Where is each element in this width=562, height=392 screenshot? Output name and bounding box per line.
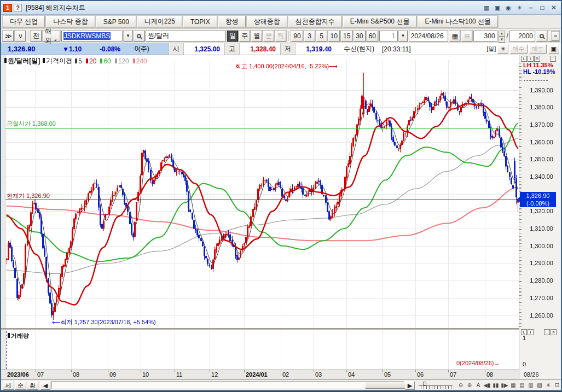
price-pane-button-I[interactable]: I xyxy=(528,56,534,62)
scroll-right-icon[interactable]: ▶ xyxy=(405,381,415,390)
interval-dropdown-icon[interactable]: ▼ xyxy=(399,31,408,42)
calendar-icon[interactable]: ▦ xyxy=(449,31,460,42)
tab-9[interactable]: E-Mini S&P500 선물 xyxy=(343,16,417,27)
total-bars-input[interactable]: 2000 xyxy=(509,31,535,42)
y-axis-label: 1,320.00 xyxy=(519,208,553,214)
toolbar-separator xyxy=(288,31,289,41)
zoom-out-icon[interactable]: ⊖ xyxy=(456,381,465,390)
symbol-search-button[interactable] xyxy=(134,31,144,42)
tab-10[interactable]: E-Mini 나스닥100 선물 xyxy=(418,16,498,27)
receive-time: [20:33:11] xyxy=(382,45,411,53)
minute-button-90[interactable]: 90 xyxy=(291,31,303,42)
minute-button-10[interactable]: 10 xyxy=(328,31,340,42)
minute-button-30[interactable]: 30 xyxy=(354,31,365,42)
tab-1[interactable]: 다우 산업 xyxy=(3,16,45,27)
overseas-button[interactable]: 해외 xyxy=(43,31,60,42)
period-button-월[interactable]: 월 xyxy=(251,31,262,42)
period-button-일[interactable]: 일 xyxy=(227,31,238,42)
tab-8[interactable]: 심천종합지수 xyxy=(288,16,342,27)
scroll-left-icon[interactable]: ◀ xyxy=(40,381,50,390)
chart-shortcut-button-세[interactable]: 세 xyxy=(3,381,14,390)
indicator-layout-icon[interactable]: ⊞ xyxy=(461,31,472,42)
price-chart-canvas[interactable] xyxy=(5,60,519,328)
pane-maximize-icon[interactable]: □ xyxy=(550,56,556,62)
fullscreen-icon[interactable]: ⊡ xyxy=(553,381,561,390)
data-table-icon[interactable]: ▥ xyxy=(526,381,535,390)
skip-start-icon[interactable]: ◀▮ xyxy=(483,381,491,390)
minute-button-5[interactable]: 5 xyxy=(316,31,327,42)
volume-pane-close-icon[interactable]: ✕ xyxy=(551,329,557,335)
maximize-icon[interactable]: □ xyxy=(537,3,547,12)
visible-bars-stepper[interactable]: ▲▼ xyxy=(499,31,506,42)
tab-3[interactable]: S&P 500 xyxy=(96,16,136,27)
tab-6[interactable]: 항셍 xyxy=(218,16,246,27)
date-input[interactable]: 2024/08/26 xyxy=(409,31,449,42)
y-axis-label: 1,310.00 xyxy=(519,225,553,232)
ma-legend-label: 60 xyxy=(103,57,111,65)
hl-ratio: HL -10.19% xyxy=(523,68,555,75)
indicator-window-icon[interactable]: ▦ xyxy=(509,381,518,390)
pane-divider[interactable] xyxy=(1,328,519,330)
visible-bars-input[interactable]: 300 xyxy=(473,31,497,42)
price-pane-button-L[interactable]: L xyxy=(521,56,527,62)
save-chart-icon[interactable]: ▤ xyxy=(518,381,526,390)
open-label: 시 xyxy=(169,43,184,55)
ma-legend-label: 20 xyxy=(89,57,96,65)
interval-select[interactable]: 1 xyxy=(379,31,398,42)
zoom-preview-button[interactable] xyxy=(536,31,547,42)
close-icon[interactable]: ✕ xyxy=(549,3,559,12)
volume-pane-button-I[interactable]: I xyxy=(528,329,534,335)
symbol-dropdown-icon[interactable]: ▼ xyxy=(124,31,132,42)
zoom-slider-handle[interactable] xyxy=(423,382,426,385)
period-button-분[interactable]: 분 xyxy=(263,31,274,42)
mini-window-icon[interactable]: ▣ xyxy=(548,44,559,54)
volume-chart-canvas[interactable] xyxy=(5,330,519,370)
tab-7[interactable]: 상해종합 xyxy=(247,16,287,27)
window-number-badge: 1 xyxy=(3,4,12,12)
symbol-code-input[interactable]: JSDKRWSMBS xyxy=(61,31,123,42)
spin-down-icon[interactable]: ▼ xyxy=(499,37,506,43)
y-axis-panel[interactable]: LIR □ LH 11.35% HL -10.19% 1,390.001,380… xyxy=(519,55,561,379)
x-axis-tick xyxy=(141,370,141,372)
current-price: 1,326.90 xyxy=(8,45,62,53)
volume-pane-maximize-icon[interactable]: □ xyxy=(544,329,550,335)
minute-button-3[interactable]: 3 xyxy=(304,31,315,42)
tab-4[interactable]: 니케이225 xyxy=(137,16,182,27)
chart-toolbar: ≫ ∨ 전 해외 JSDKRWSMBS ▼ 원/달러 일주월분틱 9035101… xyxy=(1,29,561,43)
all-markets-button[interactable]: 전 xyxy=(31,31,42,42)
pause-icon[interactable]: ▮▮ xyxy=(491,381,500,390)
period-button-주[interactable]: 주 xyxy=(239,31,250,42)
toolbar-more-button[interactable]: » xyxy=(552,32,559,40)
chart-settings-icon[interactable]: ✳ xyxy=(544,381,553,390)
skip-end-icon[interactable]: ▮▶ xyxy=(500,381,509,390)
minute-button-15[interactable]: 15 xyxy=(341,31,352,42)
capture-icon[interactable]: ◉ xyxy=(503,3,513,12)
quote-settings-button[interactable]: ✳ xyxy=(497,44,508,54)
sell-button[interactable]: 매도 xyxy=(529,44,547,54)
period-button-틱[interactable]: 틱 xyxy=(275,31,286,42)
chart-shortcut-button-황[interactable]: 황 xyxy=(27,381,38,390)
link-window-icon[interactable]: ▦ xyxy=(482,3,491,12)
tab-5[interactable]: TOPIX xyxy=(183,16,217,27)
price-pane-button-R[interactable]: R xyxy=(534,56,540,62)
collapse-panel-button[interactable]: ∨ xyxy=(15,31,26,42)
expand-panel-button[interactable]: ≫ xyxy=(3,31,14,42)
right-arrow-icon: ⟶ xyxy=(329,63,338,69)
chart-legend: 원/달러[일] 가격이평 52060120240 xyxy=(4,56,147,66)
chart-shortcut-button-순[interactable]: 순 xyxy=(15,381,26,390)
chart-scrollbar[interactable] xyxy=(51,381,404,389)
zoom-slider[interactable] xyxy=(419,382,453,389)
minimize-icon[interactable]: – xyxy=(526,3,536,12)
buy-button[interactable]: 매수 xyxy=(510,44,528,54)
tab-2[interactable]: 나스닥 종합 xyxy=(46,16,95,27)
volume-today: 0(주) xyxy=(135,44,149,54)
minute-button-60[interactable]: 60 xyxy=(367,31,378,42)
chart-area: 원/달러[일] 가격이평 52060120240 최고 1,400.00(202… xyxy=(1,55,561,379)
window-settings-icon[interactable]: ✳ xyxy=(514,3,524,12)
help-icon[interactable]: ? xyxy=(14,4,22,12)
zoom-in-icon[interactable]: ⊕ xyxy=(465,381,474,390)
spin-up-icon[interactable]: ▲ xyxy=(499,31,506,37)
auto-scale-icon[interactable]: A xyxy=(474,381,483,390)
clone-window-icon[interactable]: ▣ xyxy=(493,3,502,12)
mini-chart-icon[interactable]: ▧ xyxy=(535,381,544,390)
